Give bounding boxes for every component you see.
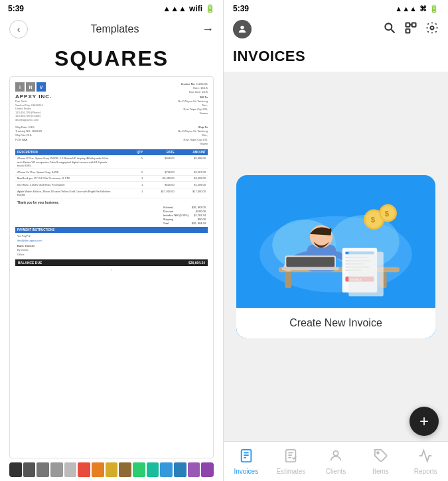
reports-icon: [418, 448, 433, 466]
table-row: iPhone 6s Plus, Space Gray, 64GB 5 $748.…: [15, 169, 208, 176]
items-icon: [374, 448, 388, 466]
signal-icon-right: ▲▲▲: [395, 5, 417, 13]
nav-clients[interactable]: Clients: [313, 446, 358, 478]
balance-due: BALANCE DUE $26,604.24: [15, 259, 208, 266]
estimates-icon: [283, 448, 298, 466]
svg-line-2: [392, 29, 395, 33]
back-button[interactable]: ‹: [9, 20, 28, 38]
color-swatch-2[interactable]: [23, 462, 36, 477]
forward-arrow-icon[interactable]: →: [202, 23, 214, 36]
search-icon[interactable]: [383, 21, 396, 38]
color-swatch-11[interactable]: [147, 462, 159, 477]
svg-rect-19: [286, 257, 335, 267]
svg-point-1: [385, 23, 392, 30]
color-swatch-15[interactable]: [201, 462, 214, 477]
invoice-illustration: Invoice $ $: [236, 175, 435, 308]
color-palette[interactable]: [9, 462, 214, 477]
svg-point-46: [377, 452, 379, 454]
color-swatch-9[interactable]: [119, 462, 131, 477]
svg-text:$: $: [371, 216, 376, 224]
create-invoice-button[interactable]: Create New Invoice: [236, 308, 435, 338]
time-right: 5:39: [233, 4, 249, 13]
svg-rect-5: [406, 29, 410, 33]
payment-body: Via PayPal dan@dan.appxy.com Bank Transf…: [15, 233, 208, 258]
signal-icon: ▲▲▲: [163, 4, 187, 13]
settings-icon[interactable]: [425, 21, 439, 38]
clients-label: Clients: [326, 468, 346, 475]
left-nav: ‹ Templates →: [0, 17, 223, 42]
reports-label: Reports: [414, 468, 437, 475]
color-swatch-1[interactable]: [9, 462, 22, 477]
color-swatch-8[interactable]: [106, 462, 118, 477]
status-bar-left: 5:39 ▲▲▲ wifi 🔋: [0, 0, 223, 17]
right-panel: 5:39 ▲▲▲ ⌘ 🔋: [224, 0, 448, 481]
color-swatch-10[interactable]: [133, 462, 145, 477]
action-icons: [383, 21, 439, 38]
table-row: MacBook pro 15" 2.8 GHz Processor, i9 1T…: [15, 176, 208, 182]
fab-button[interactable]: +: [410, 407, 439, 436]
nav-title: Templates: [91, 23, 139, 35]
table-row: Intel NUC 1.2GHz 4GB Ram Pro-Builder 1 $…: [15, 182, 208, 188]
color-swatch-7[interactable]: [92, 462, 104, 477]
nav-reports[interactable]: Reports: [403, 446, 448, 478]
table-row: Apple Watch Edition, 38mm 18-carat Yello…: [15, 188, 208, 198]
share-icon[interactable]: [404, 21, 417, 38]
invoice-meta: Invoice No. 01231241 Date: 10/1/5 Due Da…: [178, 82, 208, 115]
invoices-icon: [239, 448, 254, 466]
color-swatch-3[interactable]: [37, 462, 49, 477]
battery-icon: 🔋: [205, 4, 215, 13]
logo-n: N: [26, 82, 35, 92]
invoice-preview: I N V APPXY INC. Dan DashSanford City, C…: [9, 76, 214, 458]
invoices-label: Invoices: [234, 468, 258, 475]
top-bar: [224, 17, 448, 44]
template-name: SQUARES: [0, 42, 223, 76]
items-label: Items: [372, 468, 388, 475]
svg-text:$: $: [385, 209, 390, 217]
color-swatch-13[interactable]: [174, 462, 187, 477]
color-swatch-5[interactable]: [64, 462, 77, 477]
table-header: DESCRIPTION QTY RATE AMOUNT: [15, 149, 208, 155]
svg-point-0: [240, 26, 244, 29]
table-row: iPhone 8 Plus, Space Gray 256GB, 5.5 Ret…: [15, 156, 208, 170]
ship-section: Ship Date: 5/1/5 Tracking NO: 19/22/23 S…: [15, 125, 208, 147]
time-left: 5:39: [8, 4, 24, 13]
nav-estimates[interactable]: Estimates: [269, 446, 314, 478]
color-swatch-6[interactable]: [78, 462, 90, 477]
payment-header: PAYMENT INSTRUCTIONS: [15, 227, 208, 233]
page-title: INVOICES: [224, 44, 448, 72]
company-name: APPXY INC.: [15, 94, 52, 100]
svg-point-7: [431, 26, 434, 29]
invoice-card: Invoice $ $ Create New Invoice: [236, 175, 435, 338]
company-address: Dan DashSanford City, CA 04414United Sta…: [15, 100, 52, 122]
battery-icon-right: 🔋: [429, 5, 439, 13]
totals-section: Subtotal$26, 862.00 Discount-$100.00 Inc…: [15, 206, 208, 225]
svg-rect-4: [412, 23, 416, 27]
logo-v: V: [37, 82, 46, 92]
color-swatch-12[interactable]: [160, 462, 173, 477]
wifi-icon-right: ⌘: [419, 5, 427, 13]
thank-you-text: Thank you for your business.: [15, 201, 208, 204]
svg-rect-12: [285, 272, 291, 288]
main-content: Invoice $ $ Create New Invoice: [224, 72, 448, 441]
svg-point-45: [333, 450, 338, 455]
status-icons: ▲▲▲ ⌘ 🔋: [395, 5, 439, 13]
status-bar-right: 5:39 ▲▲▲ ⌘ 🔋: [224, 0, 448, 17]
left-panel: 5:39 ▲▲▲ wifi 🔋 ‹ Templates → SQUARES I …: [0, 0, 224, 481]
svg-rect-3: [406, 23, 410, 27]
svg-rect-30: [348, 251, 384, 296]
user-avatar[interactable]: [233, 20, 252, 38]
svg-rect-20: [282, 267, 339, 270]
estimates-label: Estimates: [276, 468, 305, 475]
clients-icon: [329, 448, 343, 466]
color-swatch-14[interactable]: [188, 462, 200, 477]
logo-i: I: [15, 82, 25, 92]
page-number: 1: [15, 268, 208, 271]
bottom-nav: Invoices Estimates Clients: [224, 441, 448, 481]
wifi-icon: wifi: [189, 4, 202, 13]
color-swatch-4[interactable]: [50, 462, 63, 477]
nav-invoices[interactable]: Invoices: [224, 446, 269, 478]
nav-items[interactable]: Items: [358, 446, 404, 478]
